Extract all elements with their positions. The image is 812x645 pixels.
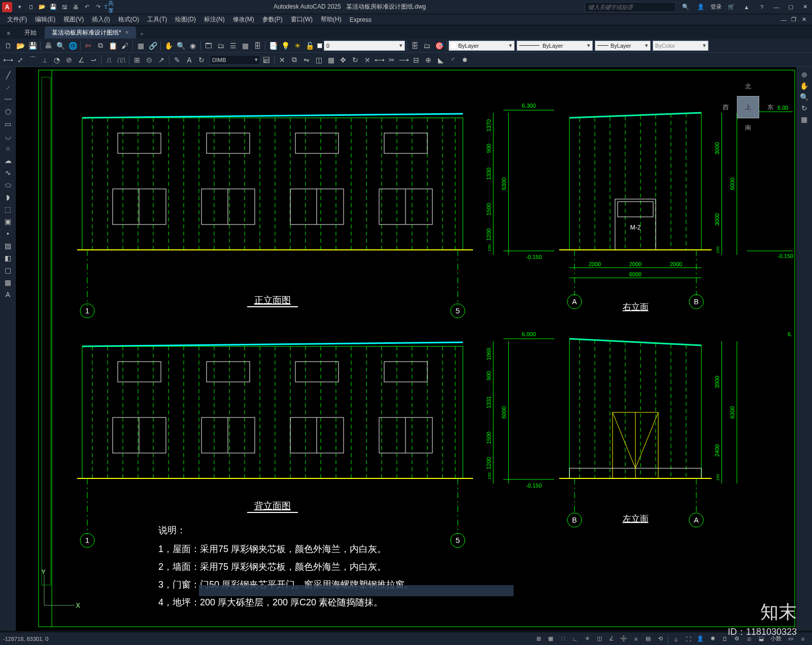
signin-label[interactable]: 登录 bbox=[710, 3, 722, 11]
grid-toggle[interactable]: ▦ bbox=[545, 633, 556, 644]
pan-icon[interactable]: ✋ bbox=[163, 40, 174, 51]
dim-aligned-icon[interactable]: ⤢ bbox=[15, 54, 26, 66]
match-icon[interactable]: 🖌 bbox=[119, 40, 130, 51]
close-button[interactable]: ✕ bbox=[800, 2, 810, 12]
mod-offset-icon[interactable]: ◫ bbox=[313, 54, 324, 66]
menu-tools[interactable]: 工具(T) bbox=[143, 14, 171, 25]
dim-edit-icon[interactable]: ✎ bbox=[172, 54, 183, 66]
layers-icon[interactable]: ☰ bbox=[227, 40, 239, 51]
nav-showmotion-icon[interactable]: ▦ bbox=[799, 114, 810, 125]
arc-icon[interactable]: ◡ bbox=[3, 131, 14, 142]
toolpalette-icon[interactable]: 🗄 bbox=[252, 40, 263, 51]
ann-vis-button[interactable]: ✱ bbox=[707, 633, 718, 644]
dim-arc-icon[interactable]: ⌒ bbox=[27, 54, 38, 66]
osnap-toggle[interactable]: ◫ bbox=[594, 633, 605, 644]
mod-stretch-icon[interactable]: ⟷ bbox=[374, 54, 385, 66]
doc-close-button[interactable]: ✕ bbox=[799, 15, 809, 25]
mod-extend-icon[interactable]: ⟶ bbox=[398, 54, 410, 66]
minimize-button[interactable]: — bbox=[771, 2, 782, 12]
menu-param[interactable]: 参数(P) bbox=[258, 14, 287, 25]
snap-toggle[interactable]: ⸬ bbox=[557, 633, 568, 644]
publish-icon[interactable]: 🌐 bbox=[67, 40, 78, 51]
point-icon[interactable]: • bbox=[3, 228, 14, 239]
dim-update-icon[interactable]: ↻ bbox=[196, 54, 207, 66]
mod-join-icon[interactable]: ⊕ bbox=[423, 54, 434, 66]
ann-scale-button[interactable]: 👤 bbox=[695, 633, 706, 644]
ortho-toggle[interactable]: ∟ bbox=[569, 633, 581, 644]
menu-express[interactable]: Express bbox=[346, 15, 376, 24]
ellipse-arc-icon[interactable]: ◗ bbox=[3, 191, 14, 203]
qat-save-icon[interactable]: 💾 bbox=[48, 2, 59, 13]
mod-mirror-icon[interactable]: ⇋ bbox=[301, 54, 312, 66]
drawing-canvas[interactable]: 1 5 正立面图 6.300 -0.150 1370 900 1330 1500… bbox=[16, 67, 796, 631]
table-icon2[interactable]: ▦ bbox=[3, 277, 14, 288]
app-icon[interactable]: A bbox=[2, 2, 12, 12]
block-icon[interactable]: ▦ bbox=[135, 40, 146, 51]
qat-open-icon[interactable]: 📂 bbox=[37, 2, 48, 13]
block-make-icon[interactable]: ▣ bbox=[3, 216, 14, 227]
mod-explode-icon[interactable]: ✸ bbox=[459, 54, 470, 66]
qat-new-icon[interactable]: 🗋 bbox=[25, 2, 37, 13]
mod-array-icon[interactable]: ▦ bbox=[325, 54, 336, 66]
dim-radius-icon[interactable]: ◔ bbox=[51, 54, 62, 66]
mod-chamfer-icon[interactable]: ◣ bbox=[435, 54, 446, 66]
menu-edit[interactable]: 编辑(E) bbox=[31, 14, 59, 25]
dim-linear-icon[interactable]: ⟷ bbox=[3, 54, 14, 66]
dim-diameter-icon[interactable]: ⊘ bbox=[63, 54, 75, 66]
nav-orbit-icon[interactable]: ↻ bbox=[799, 103, 810, 114]
monitor-toggle[interactable]: ⎚ bbox=[743, 633, 755, 644]
menu-modify[interactable]: 修改(M) bbox=[229, 14, 258, 25]
center-icon[interactable]: ⊙ bbox=[144, 54, 155, 66]
polar-toggle[interactable]: ✳ bbox=[582, 633, 593, 644]
region-icon[interactable]: ▢ bbox=[3, 265, 14, 276]
rect-icon[interactable]: ▭ bbox=[3, 118, 14, 130]
qat-share-icon[interactable]: ⇪ 共享 bbox=[104, 2, 115, 13]
qat-saveas-icon[interactable]: 🖫 bbox=[59, 2, 70, 13]
insert-icon[interactable]: ⬚ bbox=[3, 204, 14, 215]
menu-format[interactable]: 格式(O) bbox=[114, 14, 143, 25]
maximize-button[interactable]: ▢ bbox=[786, 2, 796, 12]
apps-icon[interactable]: ▲ bbox=[741, 2, 752, 13]
ann-auto-button[interactable]: 🗋 bbox=[719, 633, 730, 644]
nav-wheel-icon[interactable]: ⊚ bbox=[799, 69, 810, 80]
dyn-toggle[interactable]: ➕ bbox=[618, 633, 629, 644]
user-icon[interactable]: 👤 bbox=[695, 2, 706, 13]
qat-plot-icon[interactable]: 🖶 bbox=[70, 2, 81, 13]
print-icon[interactable]: 🖶 bbox=[43, 40, 54, 51]
nav-pan-icon[interactable]: ✋ bbox=[799, 80, 810, 91]
model-toggle[interactable]: ⊞ bbox=[533, 633, 544, 644]
revcloud-icon[interactable]: ☁ bbox=[3, 155, 14, 166]
paste-icon[interactable]: 📋 bbox=[107, 40, 118, 51]
pline-icon[interactable]: 〰 bbox=[3, 94, 14, 105]
unit-format[interactable]: 小数 bbox=[767, 635, 785, 642]
mod-move-icon[interactable]: ✥ bbox=[337, 54, 349, 66]
add-tab-button[interactable]: ＋ bbox=[137, 28, 147, 39]
hatch-icon[interactable]: ▨ bbox=[3, 240, 14, 251]
menu-file[interactable]: 文件(F) bbox=[3, 14, 31, 25]
dim-text-icon[interactable]: A bbox=[184, 54, 195, 66]
viewcube-top-face[interactable]: 上 bbox=[737, 96, 759, 118]
gradient-icon[interactable]: ◧ bbox=[3, 252, 14, 264]
orbit-icon[interactable]: ◉ bbox=[187, 40, 198, 51]
new-icon[interactable]: 🗋 bbox=[3, 40, 14, 51]
layer-match-icon[interactable]: 🎯 bbox=[433, 40, 445, 51]
menu-dimension[interactable]: 标注(N) bbox=[200, 14, 229, 25]
cut-icon[interactable]: ✄ bbox=[83, 40, 94, 51]
save-icon[interactable]: 💾 bbox=[27, 40, 38, 51]
lineweight-combo[interactable]: ByLayer▾ bbox=[595, 41, 651, 51]
cycling-toggle[interactable]: ⟲ bbox=[655, 633, 666, 644]
dim-style-icon[interactable]: 🗟 bbox=[261, 54, 272, 66]
qat-undo-icon[interactable]: ↶ bbox=[81, 2, 92, 13]
layer-prev-icon[interactable]: 🗄 bbox=[409, 40, 420, 51]
transparency-toggle[interactable]: ▤ bbox=[642, 633, 654, 644]
custom-icon[interactable]: ≡ bbox=[797, 633, 808, 644]
lwt-toggle[interactable]: ≡ bbox=[630, 633, 641, 644]
copy-icon[interactable]: ⧉ bbox=[95, 40, 106, 51]
mod-rotate-icon[interactable]: ↻ bbox=[350, 54, 361, 66]
layer-iso-icon[interactable]: 🗂 bbox=[421, 40, 432, 51]
mod-break-icon[interactable]: ⊟ bbox=[411, 54, 422, 66]
layer-state-icon[interactable]: 📑 bbox=[267, 40, 279, 51]
menu-help[interactable]: 帮助(H) bbox=[317, 14, 346, 25]
doc-minimize-button[interactable]: — bbox=[779, 15, 789, 25]
dimstyle-combo[interactable]: DIMB▾ bbox=[210, 55, 260, 65]
